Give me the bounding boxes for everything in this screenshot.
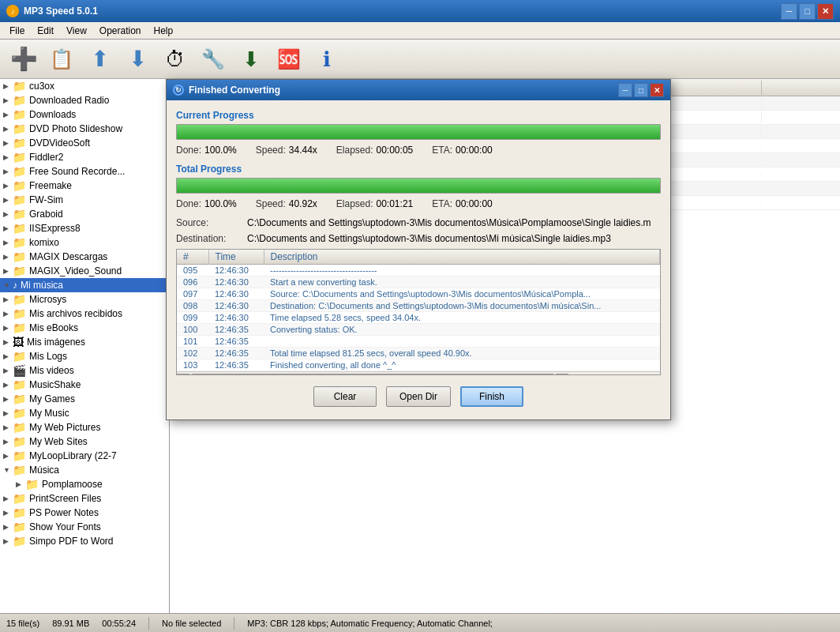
file-tree[interactable]: ▶ 📁 cu3ox ▶ 📁 Downloaded Radio ▶ 📁 Downl… [0,79,170,613]
tree-arrow: ▶ [3,338,13,346]
log-horizontal-scroll[interactable]: ◀ ▶ [177,371,660,375]
menu-help[interactable]: Help [148,24,180,38]
convert-button[interactable]: ⬇ [234,42,268,77]
help-button[interactable]: 🆘 [272,42,306,77]
scroll-right-button[interactable]: ▶ [556,374,568,376]
modal-close-button[interactable]: ✕ [650,83,664,97]
minimize-button[interactable]: ─ [781,3,797,20]
move-down-button[interactable]: ⬇ [120,42,155,77]
folder-icon: 🎬 [13,364,26,377]
tree-arrow: ▶ [3,509,13,517]
add-folder-icon: 📋 [50,50,73,69]
scroll-thumb[interactable] [191,374,554,376]
tree-item-my-web-sites[interactable]: ▶ 📁 My Web Sites [0,434,169,449]
tree-item-fw-sim[interactable]: ▶ 📁 FW-Sim [0,193,169,207]
menu-edit[interactable]: Edit [31,24,60,38]
tree-item-mis-imagenes[interactable]: ▶ 🖼 Mis imágenes [0,335,169,349]
folder-icon: 📁 [13,179,26,192]
tree-item-my-web-pictures[interactable]: ▶ 📁 My Web Pictures [0,420,169,434]
total-progress-section: Total Progress Done: 100.0% Speed: 40.92… [176,164,661,209]
current-progress-bar [176,124,661,140]
folder-icon: 📁 [13,350,26,363]
tree-arrow: ▶ [3,395,13,403]
tree-arrow: ▶ [3,239,13,246]
tree-item-dvd-photo[interactable]: ▶ 📁 DVD Photo Slideshow [0,122,169,136]
modal-title-bar: ↻ Finished Converting ─ □ ✕ [167,80,670,100]
current-progress-stats: Done: 100.0% Speed: 34.44x Elapsed: 00:0… [176,145,661,156]
tree-arrow: ▶ [3,324,13,332]
music-folder-icon: ♪ [13,280,17,291]
tree-item-cu3ox[interactable]: ▶ 📁 cu3ox [0,79,169,93]
clear-button[interactable]: Clear [313,386,377,407]
close-button[interactable]: ✕ [817,3,834,20]
tree-item-musica[interactable]: ▼ 📁 Música [0,463,169,477]
tree-item-mis-archivos[interactable]: ▶ 📁 Mis archivos recibidos [0,307,169,321]
total-speed-stat: Speed: 40.92x [256,198,317,209]
tree-item-freemake[interactable]: ▶ 📁 Freemake [0,179,169,193]
tree-item-musicshake[interactable]: ▶ 📁 MusicShake [0,378,169,392]
tree-arrow: ▶ [3,310,13,318]
timer-button[interactable]: ⏱ [158,42,193,77]
modal-title: Finished Converting [189,85,618,96]
tree-item-microsys[interactable]: ▶ 📁 Microsys [0,292,169,307]
finish-button[interactable]: Finish [460,386,523,407]
tools-button[interactable]: 🔧 [196,42,231,77]
maximize-button[interactable]: □ [799,3,816,20]
tree-item-komixo[interactable]: ▶ 📁 komixo [0,235,169,250]
status-bar: 15 file(s) 89.91 MB 00:55:24 No file sel… [0,613,840,632]
move-up-button[interactable]: ⬆ [82,42,117,77]
tree-arrow: ▶ [3,537,13,545]
menu-file[interactable]: File [3,24,31,38]
tree-item-simpo[interactable]: ▶ 📁 Simpo PDF to Word [0,534,169,548]
tree-item-magix-video[interactable]: ▶ 📁 MAGIX_Video_Sound [0,264,169,278]
info-button[interactable]: ℹ [309,42,344,77]
folder-icon: 📁 [13,151,26,164]
tree-item-downloads[interactable]: ▶ 📁 Downloads [0,107,169,122]
scroll-left-button[interactable]: ◀ [177,374,189,376]
tree-item-mi-musica[interactable]: ▼ ♪ Mi música [0,278,169,292]
tree-item-iisexpress[interactable]: ▶ 📁 IISExpress8 [0,221,169,235]
log-container[interactable]: # Time Description 095 12:46:30 --------… [176,249,661,375]
tree-arrow: ▶ [3,125,13,133]
total-progress-bar [176,178,661,194]
add-files-button[interactable]: ➕ [6,42,41,77]
tree-item-my-music[interactable]: ▶ 📁 My Music [0,406,169,420]
tree-item-ps-power[interactable]: ▶ 📁 PS Power Notes [0,506,169,520]
tree-item-mis-videos[interactable]: ▶ 🎬 Mis videos [0,363,169,378]
tree-item-mis-ebooks[interactable]: ▶ 📁 Mis eBooks [0,321,169,335]
folder-icon: 📁 [13,506,26,519]
menu-view[interactable]: View [60,24,93,38]
tree-item-dvdvideosoft[interactable]: ▶ 📁 DVDVideoSoft [0,136,169,150]
window-controls: ─ □ ✕ [781,3,834,20]
tree-item-graboid[interactable]: ▶ 📁 Graboid [0,207,169,221]
tree-item-mis-logs[interactable]: ▶ 📁 Mis Logs [0,349,169,363]
menu-operation[interactable]: Operation [93,24,148,38]
folder-icon: 📁 [13,535,26,547]
tree-item-fiddler2[interactable]: ▶ 📁 Fiddler2 [0,150,169,164]
tree-arrow: ▶ [3,182,13,190]
folder-icon: 📁 [13,137,26,149]
modal-buttons: Clear Open Dir Finish [176,383,661,410]
total-progress-label: Total Progress [176,164,661,175]
audio-info: MP3: CBR 128 kbps; Automatic Frequency; … [247,619,493,628]
tree-item-printscreen[interactable]: ▶ 📁 PrintScreen Files [0,491,169,506]
add-folder-button[interactable]: 📋 [44,42,79,77]
folder-icon: 📁 [13,194,26,206]
open-dir-button[interactable]: Open Dir [386,386,451,407]
app-title: MP3 Speed 5.0.1 [24,6,781,17]
modal-minimize-button[interactable]: ─ [618,83,632,97]
tree-item-magix-desc[interactable]: ▶ 📁 MAGIX Descargas [0,250,169,264]
tree-arrow: ▶ [3,139,13,147]
tree-item-free-sound[interactable]: ▶ 📁 Free Sound Recorde... [0,164,169,179]
modal-maximize-button[interactable]: □ [634,83,648,97]
folder-icon: 📁 [13,393,26,405]
tree-arrow: ▶ [3,452,13,460]
tree-item-pomplamoose[interactable]: ▶ 📁 Pomplamoose [0,477,169,491]
tree-item-my-games[interactable]: ▶ 📁 My Games [0,392,169,406]
folder-icon: 📁 [25,478,39,491]
tree-item-downloaded-radio[interactable]: ▶ 📁 Downloaded Radio [0,93,169,107]
modal-body: Current Progress Done: 100.0% Speed: 34.… [167,100,670,419]
tree-item-show-fonts[interactable]: ▶ 📁 Show Your Fonts [0,520,169,534]
tree-item-myloop[interactable]: ▶ 📁 MyLoopLibrary (22-7 [0,449,169,463]
list-item: 102 12:46:35 Total time elapsed 81.25 se… [177,348,660,359]
